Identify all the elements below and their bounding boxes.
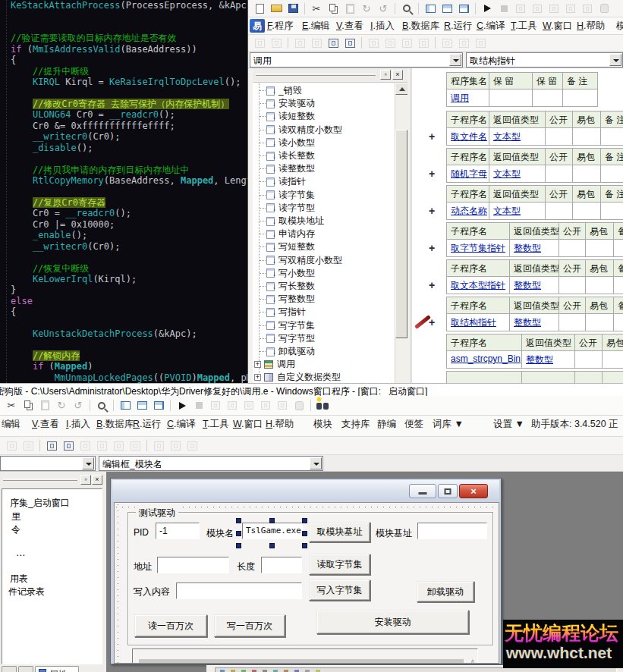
- table-value-cell[interactable]: [573, 203, 601, 220]
- menu-T[interactable]: T.工具: [511, 20, 537, 33]
- tree-scrollbar[interactable]: [395, 83, 407, 383]
- panel-float-button[interactable]: ▫: [380, 70, 391, 80]
- tree-item[interactable]: ↓卸载驱动: [260, 345, 315, 358]
- tree-item[interactable]: ↓读小数型: [260, 137, 315, 149]
- menu-extra-4[interactable]: 词库 ▼: [433, 418, 464, 431]
- expand-plus[interactable]: +: [429, 242, 435, 254]
- menu-C[interactable]: C.编译: [167, 418, 196, 431]
- table-value-cell[interactable]: [559, 277, 586, 294]
- table-value-cell[interactable]: 动态名称: [446, 203, 489, 220]
- table-value-cell[interactable]: [586, 240, 614, 257]
- run-icon[interactable]: [479, 2, 496, 15]
- table-value-cell[interactable]: [559, 314, 586, 331]
- split-horizontal-icon[interactable]: [134, 399, 150, 413]
- expand-icon[interactable]: +: [254, 374, 261, 381]
- table-value-cell[interactable]: 文本型: [489, 203, 546, 220]
- table-value-cell[interactable]: [614, 240, 623, 257]
- split-vertical-icon[interactable]: [117, 399, 134, 413]
- expand-plus[interactable]: +: [429, 205, 435, 217]
- copy-icon[interactable]: [20, 399, 36, 413]
- table-value-cell[interactable]: [559, 240, 586, 257]
- panel-close-button[interactable]: ×: [392, 70, 403, 80]
- menu-extra-0[interactable]: 模块: [313, 418, 332, 431]
- menu-I[interactable]: I.插入: [66, 418, 90, 431]
- tree-item[interactable]: ↓写长整数: [260, 280, 315, 293]
- find-icon[interactable]: [398, 2, 415, 15]
- menu-B[interactable]: B.数据库: [402, 20, 439, 33]
- workspace-tree-item[interactable]: 序集_启动窗口: [10, 497, 70, 510]
- menu-B[interactable]: B.数据库: [96, 418, 134, 431]
- workspace-tree-item[interactable]: 用表: [10, 573, 28, 586]
- assembly-combobox[interactable]: 调用: [250, 52, 463, 68]
- length-input[interactable]: [261, 557, 302, 573]
- table-value-cell[interactable]: [575, 351, 603, 369]
- table-value-cell[interactable]: [586, 314, 614, 331]
- table-value-cell[interactable]: [586, 277, 614, 294]
- chevron-down-icon[interactable]: [310, 457, 322, 469]
- expand-icon[interactable]: +: [254, 361, 261, 368]
- expand-plus[interactable]: +: [429, 279, 435, 291]
- menu-H[interactable]: H.帮助: [266, 418, 294, 431]
- chevron-down-icon[interactable]: [609, 54, 621, 66]
- table-value-cell[interactable]: asm_strcpyn_Bin: [446, 351, 522, 369]
- selection-handle[interactable]: [302, 518, 307, 523]
- close-button[interactable]: ×: [459, 484, 488, 498]
- table-value-cell[interactable]: 整数型: [510, 277, 559, 294]
- tree-item[interactable]: ↓读短整数: [260, 110, 315, 123]
- read-bytes-button[interactable]: 读取字节集: [309, 554, 370, 575]
- selection-handle[interactable]: [236, 531, 241, 536]
- table-value-cell[interactable]: [614, 314, 623, 331]
- tree-item[interactable]: ↓写小数型: [260, 267, 315, 280]
- table-value-cell[interactable]: [573, 165, 601, 183]
- split-vertical-icon[interactable]: [422, 2, 439, 15]
- table-value-cell[interactable]: [573, 128, 601, 146]
- minimize-button[interactable]: [409, 484, 436, 498]
- new-file-icon[interactable]: [251, 2, 268, 15]
- tree-item[interactable]: ↓写双精度小数型: [260, 254, 342, 267]
- find-icon[interactable]: [93, 399, 110, 413]
- panel-drag-handle[interactable]: [3, 479, 77, 481]
- menu-extra-3[interactable]: 便签: [404, 418, 423, 431]
- tree-item[interactable]: ↓安装驱动: [260, 97, 315, 110]
- scroll-up-icon[interactable]: ∧: [470, 658, 475, 664]
- cut-icon[interactable]: [3, 399, 20, 413]
- tree-item[interactable]: ↓写指针: [260, 306, 306, 319]
- tree-parent-item[interactable]: +自定义数据类型: [254, 371, 341, 383]
- table-value-cell[interactable]: 整数型: [510, 240, 559, 257]
- menu-extra-2[interactable]: 静编: [377, 418, 396, 431]
- align-tool-icon[interactable]: [325, 36, 341, 50]
- run-icon[interactable]: [174, 399, 190, 413]
- panel-close-button[interactable]: ×: [92, 475, 102, 485]
- table-value-cell[interactable]: [546, 165, 573, 183]
- selection-handle[interactable]: [269, 543, 275, 548]
- menu-R[interactable]: R.运行: [133, 418, 162, 431]
- table-value-cell[interactable]: [489, 89, 533, 107]
- tree-item[interactable]: ↓_销毁: [260, 84, 302, 97]
- tree-item[interactable]: ↓读指针: [260, 175, 306, 188]
- menu-I[interactable]: I.插入: [370, 20, 395, 33]
- table-value-cell[interactable]: [601, 128, 623, 146]
- assistant-search-icon[interactable]: [314, 399, 331, 413]
- menu-R[interactable]: R.运行: [444, 20, 473, 33]
- workspace-tree-item[interactable]: ⋯: [16, 550, 25, 561]
- tree-item[interactable]: ↓读双精度小数型: [260, 124, 342, 137]
- tree-item[interactable]: ↓写整数型: [260, 293, 315, 306]
- tree-item[interactable]: ↓写短整数: [260, 240, 315, 253]
- get-module-base-button[interactable]: 取模块基址: [309, 522, 370, 542]
- table-value-cell[interactable]: 随机字母: [446, 165, 489, 183]
- menu-V[interactable]: V.查看: [336, 20, 363, 33]
- table-value-cell[interactable]: 取文件名: [446, 128, 489, 146]
- menu-0[interactable]: 编辑: [2, 418, 20, 431]
- split-horizontal-icon[interactable]: [439, 2, 455, 15]
- table-value-cell[interactable]: [546, 203, 573, 220]
- table-value-cell[interactable]: [601, 203, 623, 220]
- maximize-button[interactable]: [438, 484, 458, 498]
- tab-program[interactable]: [2, 666, 17, 672]
- write-content-input[interactable]: [176, 583, 302, 599]
- form-canvas[interactable]: 测试驱动 PID -1 模块名 TslGame.exe 取模块基址 模块基址 地…: [114, 502, 499, 664]
- tree-item[interactable]: ↓读字节集: [260, 189, 315, 202]
- tree-item[interactable]: ↓读长整数: [260, 149, 315, 162]
- tree-item[interactable]: ↓写字节集: [260, 319, 315, 332]
- menu-E[interactable]: E.编辑: [302, 20, 330, 33]
- table-value-cell[interactable]: [601, 165, 623, 183]
